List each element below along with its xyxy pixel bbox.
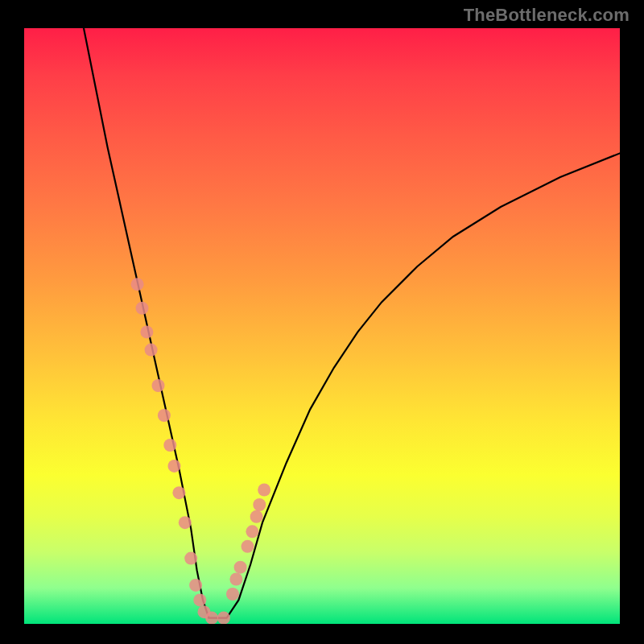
- highlight-point: [189, 579, 202, 592]
- highlight-point: [158, 409, 171, 422]
- highlight-point: [163, 439, 176, 452]
- chart-frame: TheBottleneck.com: [0, 0, 644, 644]
- highlight-point: [145, 344, 158, 357]
- highlight-point: [136, 302, 149, 315]
- highlight-point: [179, 516, 192, 529]
- chart-svg: [24, 28, 620, 624]
- highlight-point: [229, 573, 242, 586]
- highlight-point: [242, 540, 254, 553]
- highlight-point: [140, 325, 153, 338]
- highlight-point: [131, 278, 144, 291]
- highlight-point: [226, 588, 239, 601]
- highlight-point: [250, 510, 263, 523]
- highlight-point: [168, 460, 181, 473]
- highlight-point: [234, 561, 247, 574]
- watermark-text: TheBottleneck.com: [464, 5, 630, 26]
- highlight-point: [246, 525, 258, 538]
- highlight-points: [131, 278, 271, 624]
- highlight-point: [193, 593, 206, 606]
- highlight-point: [253, 498, 266, 511]
- highlight-point: [172, 486, 185, 499]
- plot-area: [24, 28, 620, 624]
- highlight-point: [152, 379, 165, 392]
- highlight-point: [258, 484, 270, 497]
- bottleneck-curve: [84, 28, 620, 618]
- highlight-point: [184, 552, 197, 565]
- highlight-point: [205, 612, 218, 624]
- highlight-point: [217, 612, 230, 624]
